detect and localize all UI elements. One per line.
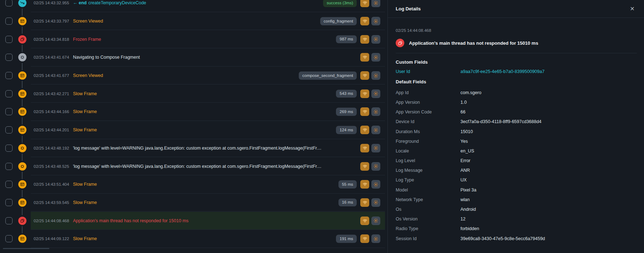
row-title: 'log message' with level=WARNING java.la… <box>73 164 347 169</box>
log-row[interactable]: 02/25 14:43:44.201 Slow Frame 124 ms <box>0 121 387 139</box>
field-label: Network Type <box>396 197 460 202</box>
field-value: Android <box>460 207 637 212</box>
flare-icon-button[interactable] <box>371 35 380 44</box>
row-checkbox[interactable] <box>5 181 13 188</box>
field-label: Session Id <box>396 236 460 241</box>
row-timestamp: 02/25 14:43:48.525 <box>34 164 69 169</box>
row-title: Slow Frame <box>73 236 347 241</box>
network-icon-button[interactable] <box>360 216 369 225</box>
network-icon-button[interactable] <box>360 234 369 243</box>
log-row[interactable]: 02/25 14:43:51.404 Slow Frame 55 ms <box>0 175 387 194</box>
span-end-icon <box>18 0 26 7</box>
log-row[interactable]: 02/25 14:43:48.192 'log message' with le… <box>0 139 387 157</box>
row-checkbox[interactable] <box>5 18 13 25</box>
detail-field-row: App Id com.sgero <box>396 88 637 97</box>
network-icon-button[interactable] <box>360 180 369 189</box>
network-icon-button[interactable] <box>360 17 369 25</box>
flare-icon-button[interactable] <box>371 17 380 25</box>
log-timestamp: 02/25 14:44:08.468 <box>396 28 637 33</box>
log-row[interactable]: 02/25 14:43:32.955 ← end createTemporary… <box>0 0 387 12</box>
flare-icon-button[interactable] <box>371 162 380 171</box>
log-details-panel: Log Details ✕ 02/25 14:44:08.468 Applica… <box>387 0 644 253</box>
row-checkbox[interactable] <box>5 145 13 152</box>
wifi-icon <box>362 109 367 114</box>
row-checkbox[interactable] <box>5 72 13 79</box>
network-icon-button[interactable] <box>360 144 369 152</box>
log-row[interactable]: 02/25 14:43:48.525 'log message' with le… <box>0 157 387 175</box>
wifi-icon <box>362 218 367 223</box>
row-title: 'log message' with level=WARNING java.la… <box>73 146 347 151</box>
row-badge: 124 ms <box>336 126 357 134</box>
sun-icon <box>373 55 379 60</box>
row-title: Screen Viewed <box>73 19 347 24</box>
wifi-icon <box>362 127 367 132</box>
log-row[interactable]: 02/25 14:44:08.468 Application's main th… <box>0 211 387 230</box>
row-checkbox[interactable] <box>5 36 13 43</box>
wifi-icon <box>362 236 367 241</box>
log-row[interactable]: 02/25 14:43:44.166 Slow Frame 269 ms <box>0 103 387 121</box>
network-icon-button[interactable] <box>360 107 369 116</box>
network-icon-button[interactable] <box>360 198 369 207</box>
log-row[interactable]: 02/25 14:44:09.122 Slow Frame 191 ms <box>0 230 387 248</box>
log-row[interactable]: 02/25 14:43:59.545 Slow Frame 16 ms <box>0 194 387 212</box>
flare-icon-button[interactable] <box>371 0 380 7</box>
field-value[interactable]: a9aa7c9f-ee25-4e65-b7a0-8399500909a7 <box>460 69 637 74</box>
log-monitor-app: 02/25 14:43:32.955 ← end createTemporary… <box>0 0 644 253</box>
flare-icon-button[interactable] <box>371 198 380 207</box>
detail-field-row: App Version 1.0 <box>396 97 637 107</box>
flare-icon-button[interactable] <box>371 216 380 225</box>
log-row[interactable]: 02/25 14:43:42.271 Slow Frame 543 ms <box>0 84 387 103</box>
network-icon-button[interactable] <box>360 53 369 62</box>
log-row[interactable]: 02/25 14:43:33.797 Screen Viewed config_… <box>0 12 387 30</box>
network-icon-button[interactable] <box>360 71 369 80</box>
row-badge: 987 ms <box>336 35 357 43</box>
detail-field-row: Model Pixel 3a <box>396 185 637 195</box>
row-checkbox[interactable] <box>5 235 13 242</box>
network-icon-button[interactable] <box>360 162 369 171</box>
flare-icon-button[interactable] <box>371 89 380 98</box>
field-value: com.sgero <box>460 90 637 95</box>
flare-icon-button[interactable] <box>371 71 380 80</box>
row-title: Slow Frame <box>73 109 347 114</box>
flare-icon-button[interactable] <box>371 144 380 152</box>
field-value: 12 <box>460 216 637 222</box>
network-icon-button[interactable] <box>360 0 369 7</box>
session-timeline: 02/25 14:43:32.955 ← end createTemporary… <box>0 0 387 253</box>
network-icon-button[interactable] <box>360 35 369 44</box>
row-checkbox[interactable] <box>5 108 13 115</box>
sun-icon <box>373 145 379 151</box>
flare-icon-button[interactable] <box>371 126 380 134</box>
screen-icon <box>18 180 26 189</box>
sun-icon <box>373 73 379 78</box>
flare-icon-button[interactable] <box>371 180 380 189</box>
network-icon-button[interactable] <box>360 126 369 134</box>
row-checkbox[interactable] <box>5 0 13 6</box>
row-timestamp: 02/25 14:43:44.201 <box>34 128 69 132</box>
row-title: Frozen Frame <box>73 37 347 42</box>
horizontal-scrollbar[interactable] <box>3 248 49 249</box>
detail-field-row: Log Type UX <box>396 175 637 185</box>
field-value: wlan <box>460 197 637 202</box>
log-row[interactable]: 02/25 14:43:41.674 Navigating to Compose… <box>0 48 387 67</box>
row-checkbox[interactable] <box>5 163 13 170</box>
flare-icon-button[interactable] <box>371 107 380 116</box>
field-value: 3ecf7a0a-d350-4118-8ff9-6597cd3688d4 <box>460 119 637 124</box>
network-icon-button[interactable] <box>360 89 369 98</box>
row-checkbox[interactable] <box>5 126 13 133</box>
log-row[interactable]: 02/25 14:43:34.818 Frozen Frame 987 ms <box>0 30 387 48</box>
log-details-header: Log Details ✕ <box>388 0 644 18</box>
log-row[interactable]: 02/25 14:43:41.677 Screen Viewed compose… <box>0 67 387 85</box>
row-checkbox[interactable] <box>5 199 13 206</box>
row-checkbox[interactable] <box>5 217 13 224</box>
flare-icon-button[interactable] <box>371 234 380 243</box>
sun-icon <box>373 200 379 205</box>
row-checkbox[interactable] <box>5 90 13 97</box>
close-icon[interactable]: ✕ <box>630 6 635 12</box>
row-checkbox[interactable] <box>5 54 13 61</box>
flare-icon-button[interactable] <box>371 53 380 62</box>
row-timestamp: 02/25 14:44:09.122 <box>34 237 69 241</box>
row-title: Navigating to Compose Fragment <box>73 55 347 60</box>
detail-field-row: Log Level Error <box>396 156 637 166</box>
row-timestamp: 02/25 14:43:33.797 <box>34 19 69 23</box>
field-label: Device Id <box>396 119 460 124</box>
